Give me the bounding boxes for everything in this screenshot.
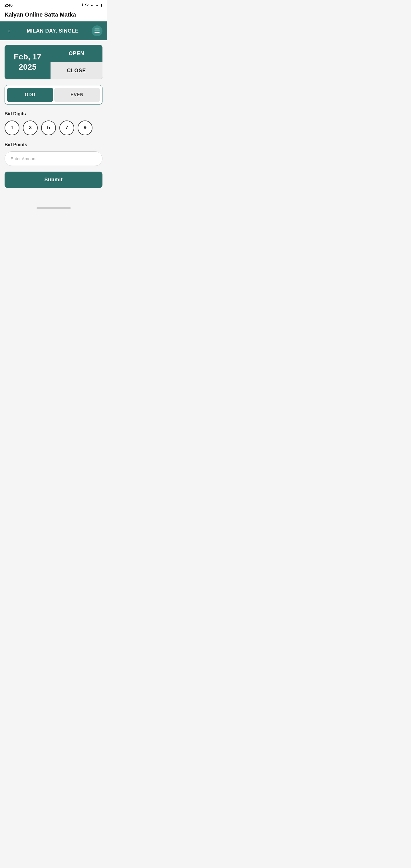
close-status[interactable]: CLOSE	[51, 62, 102, 79]
bid-digits-label: Bid Digits	[5, 111, 102, 117]
info-icon: ℹ	[82, 3, 83, 7]
bottom-bar	[0, 204, 107, 212]
app-title: Kalyan Online Satta Matka	[0, 9, 107, 22]
nav-title: MILAN DAY, SINGLE	[27, 28, 79, 34]
bid-points-label: Bid Points	[5, 142, 102, 147]
nav-bar: ‹ MILAN DAY, SINGLE	[0, 22, 107, 40]
bid-digits-section: Bid Digits 1 3 5 7 9	[5, 111, 102, 135]
odd-even-toggle: ODD EVEN	[5, 85, 102, 104]
date-section: Feb, 17 2025	[5, 45, 51, 80]
odd-toggle-button[interactable]: ODD	[7, 88, 53, 102]
wifi-icon: ▲	[95, 3, 99, 7]
battery-icon: ▮	[100, 3, 102, 7]
signal-icon: ▲	[90, 3, 94, 7]
digit-7[interactable]: 7	[59, 121, 74, 135]
menu-icon-line2	[94, 31, 100, 31]
amount-input[interactable]	[5, 151, 102, 166]
status-time: 2:46	[5, 3, 12, 7]
menu-button[interactable]	[92, 25, 102, 36]
digits-row: 1 3 5 7 9	[5, 121, 102, 135]
menu-icon-line1	[94, 29, 100, 29]
digit-3[interactable]: 3	[23, 121, 38, 135]
open-status[interactable]: OPEN	[51, 45, 102, 62]
date-display: Feb, 17 2025	[14, 52, 41, 72]
date-status-card: Feb, 17 2025 OPEN CLOSE	[5, 45, 102, 80]
shield-icon: 🛡	[85, 3, 89, 7]
main-content: Feb, 17 2025 OPEN CLOSE ODD EVEN Bid Dig…	[0, 40, 107, 192]
menu-icon-line3	[94, 32, 100, 33]
digit-1[interactable]: 1	[5, 121, 20, 135]
digit-9[interactable]: 9	[77, 121, 92, 135]
back-button[interactable]: ‹	[5, 27, 14, 35]
bid-points-section: Bid Points	[5, 142, 102, 166]
submit-button[interactable]: Submit	[5, 172, 102, 188]
status-section: OPEN CLOSE	[51, 45, 102, 80]
status-icons: ℹ 🛡 ▲ ▲ ▮	[82, 3, 102, 7]
digit-5[interactable]: 5	[41, 121, 56, 135]
home-indicator	[36, 207, 71, 209]
even-toggle-button[interactable]: EVEN	[54, 88, 100, 102]
status-bar: 2:46 ℹ 🛡 ▲ ▲ ▮	[0, 0, 107, 9]
